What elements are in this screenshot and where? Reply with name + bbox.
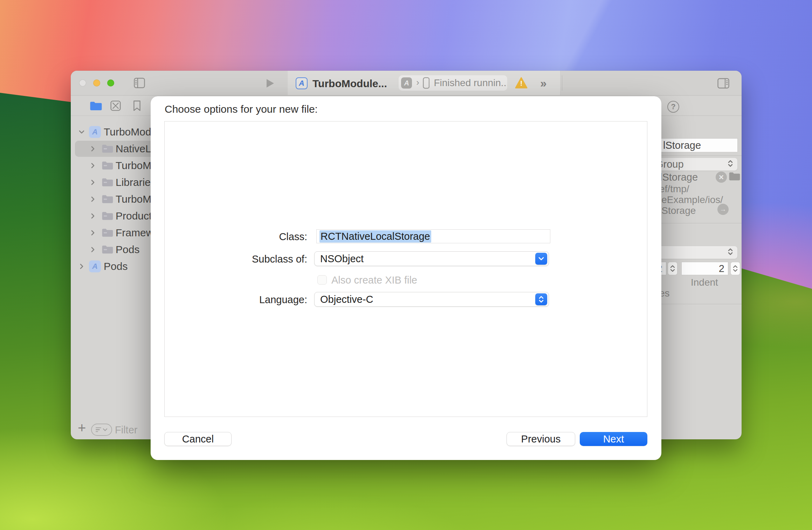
stepper-control[interactable] xyxy=(668,262,677,275)
language-value: Objective-C xyxy=(320,294,373,305)
language-popup[interactable]: Objective-C xyxy=(314,292,549,307)
xcode-project-icon: A xyxy=(89,126,101,138)
indent-amount-field[interactable]: 2 xyxy=(681,262,728,275)
class-value-selected: RCTNativeLocalStorage xyxy=(319,230,431,243)
status-message: Finished runnin... xyxy=(434,77,507,89)
chevron-right-icon[interactable] xyxy=(89,195,97,203)
traffic-close-button[interactable] xyxy=(79,79,86,86)
folder-icon xyxy=(102,228,113,239)
inspector-toggle-icon[interactable] xyxy=(717,78,729,89)
filter-options-icon[interactable] xyxy=(91,424,112,436)
traffic-zoom-button[interactable] xyxy=(107,79,114,86)
chevron-right-icon[interactable] xyxy=(78,263,85,270)
toolbar-overflow-icon[interactable]: ›› xyxy=(540,76,545,90)
new-file-options-dialog: Choose options for your new file: Class:… xyxy=(151,96,661,460)
toolbar: A TurboModule... A › Finished runnin... … xyxy=(71,71,742,96)
tree-label: TurboMod xyxy=(104,126,151,138)
traffic-minimize-button[interactable] xyxy=(93,79,100,86)
folder-icon[interactable] xyxy=(729,172,741,183)
path-line: lStorage xyxy=(659,205,696,216)
chevron-right-icon[interactable] xyxy=(89,246,97,253)
chevron-right-icon[interactable] xyxy=(89,162,97,169)
xib-checkbox-label: Also create XIB file xyxy=(331,274,417,286)
chevron-right-icon[interactable] xyxy=(89,179,97,186)
path-line: leExample/ios/ xyxy=(659,194,723,205)
chevron-up-down-icon[interactable] xyxy=(535,293,547,305)
folder-icon xyxy=(102,211,113,222)
chevron-down-icon[interactable] xyxy=(78,128,85,136)
indent-amount-value: 2 xyxy=(719,263,724,274)
arrow-right-icon[interactable]: → xyxy=(717,204,729,215)
folder-icon xyxy=(102,144,113,155)
chevron-down-icon[interactable] xyxy=(535,253,547,265)
status-app-icon: A xyxy=(401,77,412,89)
previous-button[interactable]: Previous xyxy=(507,432,575,446)
tree-label: Pods xyxy=(104,260,128,272)
add-item-button[interactable]: + xyxy=(78,420,86,436)
folder-icon xyxy=(102,177,113,189)
chevron-right-icon[interactable] xyxy=(89,229,97,237)
inspector-name-field[interactable]: lStorage xyxy=(659,138,738,152)
toolbar-separator xyxy=(562,75,562,91)
close-icon[interactable]: ✕ xyxy=(716,172,727,183)
file-reference-name: lStorage xyxy=(660,172,698,183)
chevron-right-icon[interactable] xyxy=(89,145,97,153)
next-button[interactable]: Next xyxy=(580,432,647,446)
sidebar-toggle-icon[interactable] xyxy=(134,78,145,88)
crash-navigator-tab-icon[interactable] xyxy=(110,100,121,111)
stepper-control[interactable] xyxy=(730,262,740,275)
class-label: Class: xyxy=(181,231,307,243)
tree-label: Pods xyxy=(116,244,139,256)
folder-icon xyxy=(102,194,113,205)
inspector-divider xyxy=(656,155,742,156)
cancel-button[interactable]: Cancel xyxy=(164,432,232,446)
subclass-combobox[interactable]: NSObject xyxy=(314,251,549,266)
bookmark-navigator-tab-icon[interactable] xyxy=(132,100,142,111)
inspector-divider xyxy=(651,116,742,116)
xib-checkbox[interactable] xyxy=(317,275,327,285)
tree-label: Libraries xyxy=(116,176,156,188)
activity-status-pill[interactable]: A › Finished runnin... xyxy=(399,75,507,91)
inspector-divider xyxy=(651,304,742,304)
chevron-up-down-icon xyxy=(728,247,733,258)
project-app-icon[interactable]: A xyxy=(296,77,308,89)
status-device-icon xyxy=(423,77,430,89)
inspector-name-value: lStorage xyxy=(663,140,701,151)
run-play-icon[interactable] xyxy=(266,78,275,88)
chevron-right-icon[interactable] xyxy=(89,212,97,220)
indent-label: Indent xyxy=(691,277,718,288)
location-popup[interactable]: Group xyxy=(651,158,738,171)
chevron-down-icon xyxy=(103,428,108,432)
status-chevron-icon: › xyxy=(416,77,419,88)
chevron-up-down-icon xyxy=(728,159,733,170)
folder-icon xyxy=(102,245,113,256)
subclass-label: Subclass of: xyxy=(181,253,307,265)
xcode-project-icon: A xyxy=(89,260,101,272)
toolbar-project-title[interactable]: TurboModule... xyxy=(312,78,387,90)
help-icon[interactable]: ? xyxy=(667,101,679,113)
text-settings-popup[interactable] xyxy=(651,246,738,259)
filter-lines-icon xyxy=(96,427,101,432)
class-input[interactable]: RCTNativeLocalStorage xyxy=(316,229,550,243)
dialog-title: Choose options for your new file: xyxy=(165,103,318,115)
warning-icon[interactable]: ! xyxy=(515,77,528,89)
folder-icon xyxy=(102,161,113,172)
dialog-options-box xyxy=(164,121,647,417)
subclass-value: NSObject xyxy=(320,253,364,265)
inspector-divider xyxy=(651,223,742,223)
project-navigator-tab-icon[interactable] xyxy=(90,101,102,111)
path-line: ef/tmp/ xyxy=(659,183,689,195)
language-label: Language: xyxy=(181,294,307,306)
